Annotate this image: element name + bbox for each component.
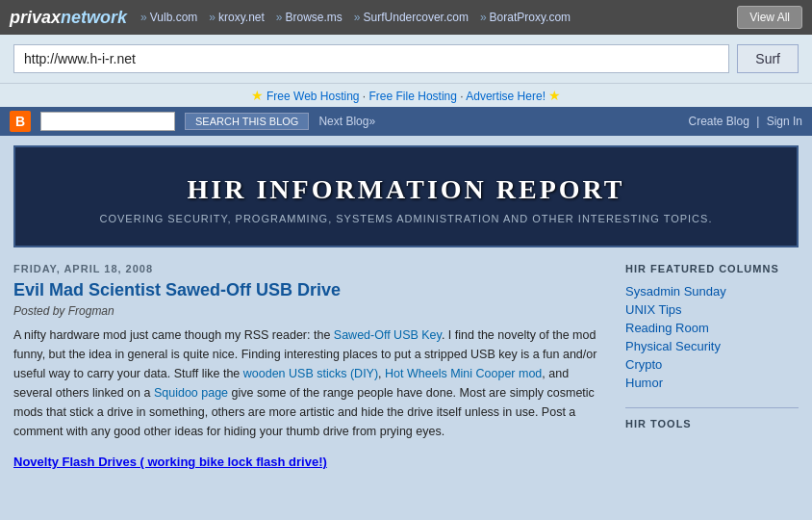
wooden-usb-link[interactable]: wooden USB sticks (DIY)	[243, 367, 378, 380]
post-text-1: A nifty hardware mod just came though my…	[13, 328, 334, 342]
blogger-right-links: Create Blog | Sign In	[688, 115, 802, 128]
main-post: FRIDAY, APRIL 18, 2008 Evil Mad Scientis…	[13, 263, 610, 469]
blogger-separator: |	[756, 115, 762, 128]
sidebar-featured-links: Sysadmin Sunday UNIX Tips Reading Room P…	[625, 282, 799, 392]
blog-wrapper: HIR INFORMATION REPORT COVERING SECURITY…	[0, 136, 812, 479]
sidebar: HIR FEATURED COLUMNS Sysadmin Sunday UNI…	[625, 263, 799, 469]
squidoo-link[interactable]: Squidoo page	[154, 386, 228, 400]
blog-subtitle: COVERING SECURITY, PROGRAMMING, SYSTEMS …	[35, 213, 777, 224]
humor-link[interactable]: Humor	[625, 374, 799, 392]
logo-privax: privax	[10, 8, 61, 27]
sidebar-item-crypto: Crypto	[625, 355, 799, 374]
logo-network: network	[61, 8, 127, 27]
next-blog-link[interactable]: Next Blog»	[318, 115, 375, 128]
blog-header: HIR INFORMATION REPORT COVERING SECURITY…	[13, 145, 799, 247]
adbar: ★ Free Web Hosting · Free File Hosting ·…	[0, 83, 812, 107]
sidebar-featured-title: HIR FEATURED COLUMNS	[625, 263, 799, 274]
sidebar-item-humor: Humor	[625, 374, 799, 392]
sidebar-divider	[625, 407, 799, 408]
topbar-link-surfundercover[interactable]: SurfUndercover.com	[354, 11, 469, 24]
sidebar-item-unix: UNIX Tips	[625, 300, 799, 319]
sawed-off-usb-link[interactable]: Sawed-Off USB Key	[334, 328, 442, 342]
sidebar-item-sysadmin: Sysadmin Sunday	[625, 282, 799, 300]
free-web-hosting-link[interactable]: Free Web Hosting	[266, 90, 360, 103]
next-post-link[interactable]: Novelty Flash Drives ( working bike lock…	[13, 455, 327, 469]
sign-in-link[interactable]: Sign In	[767, 115, 802, 128]
crypto-link[interactable]: Crypto	[625, 355, 799, 374]
content-area: FRIDAY, APRIL 18, 2008 Evil Mad Scientis…	[13, 263, 799, 469]
blogger-icon: B	[10, 111, 31, 132]
sidebar-tools-title: HIR TOOLS	[625, 418, 799, 429]
topbar: privaxnetwork Vulb.com kroxy.net Browse.…	[0, 0, 812, 35]
sysadmin-sunday-link[interactable]: Sysadmin Sunday	[625, 282, 799, 300]
post-body: A nifty hardware mod just came though my…	[13, 325, 610, 441]
topbar-link-boratproxy[interactable]: BoratProxy.com	[480, 11, 571, 24]
advertise-link[interactable]: Advertise Here!	[466, 90, 546, 103]
sidebar-item-reading: Reading Room	[625, 319, 799, 337]
physical-security-link[interactable]: Physical Security	[625, 337, 799, 355]
star-left-icon: ★	[251, 88, 264, 103]
hot-wheels-link[interactable]: Hot Wheels Mini Cooper mod	[385, 367, 542, 380]
star-right-icon: ★	[548, 88, 561, 103]
create-blog-link[interactable]: Create Blog	[688, 115, 749, 128]
site-logo: privaxnetwork	[10, 8, 127, 28]
blog-search-input[interactable]	[40, 112, 175, 131]
urlbar: Surf	[0, 35, 812, 83]
view-all-button[interactable]: View All	[737, 6, 802, 29]
post-date: FRIDAY, APRIL 18, 2008	[13, 263, 610, 274]
post-author: Posted by Frogman	[13, 304, 610, 318]
topbar-link-kroxy[interactable]: kroxy.net	[209, 11, 264, 24]
sidebar-item-physical-security: Physical Security	[625, 337, 799, 355]
free-file-hosting-link[interactable]: Free File Hosting	[369, 90, 457, 103]
search-blog-button[interactable]: SEARCH THIS BLOG	[185, 113, 309, 130]
topbar-link-browse[interactable]: Browse.ms	[276, 11, 343, 24]
url-input[interactable]	[13, 44, 729, 73]
unix-tips-link[interactable]: UNIX Tips	[625, 300, 799, 319]
next-post-title[interactable]: Novelty Flash Drives ( working bike lock…	[13, 455, 610, 469]
adbar-separator-1: ·	[363, 90, 369, 103]
topbar-link-vulb[interactable]: Vulb.com	[140, 11, 197, 24]
reading-room-link[interactable]: Reading Room	[625, 319, 799, 337]
post-title: Evil Mad Scientist Sawed-Off USB Drive	[13, 280, 610, 300]
blog-title: HIR INFORMATION REPORT	[35, 174, 777, 205]
bloggerbar: B SEARCH THIS BLOG Next Blog» Create Blo…	[0, 107, 812, 136]
topbar-links: Vulb.com kroxy.net Browse.ms SurfUnderco…	[140, 11, 723, 24]
surf-button[interactable]: Surf	[737, 44, 799, 73]
